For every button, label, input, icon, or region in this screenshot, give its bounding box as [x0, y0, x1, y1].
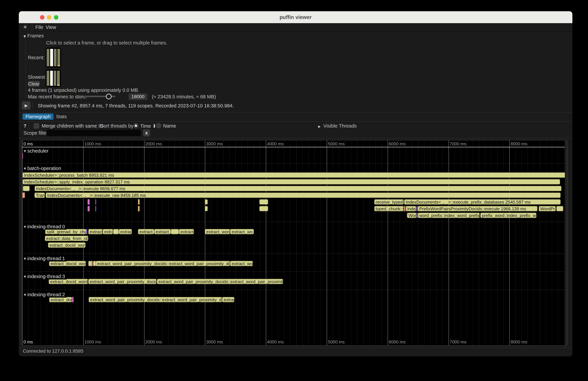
flame-bar-IndexDocuments-_-[interactable]: IndexDocuments<_, _>::execute_prefix_dat…	[404, 199, 561, 205]
flame-bar-typed_chunk-w[interactable]: typed_chunk::w	[374, 206, 404, 211]
flame-bar-receive_typed_[interactable]: receive_typed_	[374, 199, 404, 205]
merge-children-label[interactable]: Merge children with same ID	[42, 123, 103, 129]
sort-option-label[interactable]: Time ⬇	[140, 123, 156, 129]
flame-bar[interactable]	[259, 206, 268, 211]
flame-bar-extract[interactable]: extract	[179, 229, 194, 234]
visible-threads-toggle[interactable]: ▶ Visible Threads	[318, 123, 357, 129]
frame-bar[interactable]	[57, 49, 60, 65]
flame-bar[interactable]	[23, 186, 30, 191]
thread-header-batch-operation[interactable]: ▼batch-operation	[23, 166, 63, 171]
frame-bar[interactable]	[57, 71, 60, 85]
flame-bar-extract_docid_word[interactable]: extract_docid_word	[49, 279, 88, 284]
gridline-major	[449, 140, 449, 345]
flame-bar-extract_doc[interactable]: extract_doc	[49, 297, 72, 302]
flame-bar-PrefixWordPairsProximityDocids-execute[interactable]: PrefixWordPairsProximityDocids::execute …	[418, 206, 537, 211]
frame-bar[interactable]	[47, 49, 49, 66]
gridline-minor	[424, 140, 424, 345]
sort-radio-time[interactable]	[133, 123, 139, 128]
flame-bar-extract_[interactable]: extract_	[154, 229, 171, 234]
recent-frames-thumbnail[interactable]	[46, 48, 61, 67]
flame-bar[interactable]	[86, 229, 87, 234]
flame-bar-extrac[interactable]: extrac	[222, 297, 234, 302]
frame-bar[interactable]	[47, 71, 49, 86]
max-frames-value[interactable]: 18000	[128, 93, 147, 100]
flame-bar[interactable]	[88, 199, 90, 205]
flame-bar-IndexScheduler-apply_index_operation[interactable]: IndexScheduler>::apply_index_operation 8…	[23, 179, 560, 185]
flame-bar[interactable]	[259, 199, 268, 205]
flame-bar-extract[interactable]: extract	[88, 229, 103, 234]
theme-sun-icon[interactable]: ☀	[23, 24, 27, 30]
flame-bar[interactable]	[404, 206, 405, 211]
flame-bar-Word[interactable]: Word	[407, 213, 417, 218]
gridline-minor	[150, 140, 150, 345]
thread-header-indexing-thread-3[interactable]: ▼indexing-thread:3	[23, 274, 67, 279]
sort-option-label[interactable]: Name	[163, 123, 176, 129]
selected-frame-bar[interactable]	[50, 71, 53, 86]
flame-bar[interactable]	[95, 199, 96, 205]
sort-radio-name[interactable]	[156, 123, 161, 128]
flame-bar-Trans[interactable]: Trans	[34, 192, 45, 198]
slowest-frames-thumbnail[interactable]	[46, 69, 61, 87]
flame-bar-extract_word_pair_proximity_docids[interactable]: extract_word_pair_proximity_docids	[88, 279, 157, 284]
frame-bar[interactable]	[54, 49, 57, 66]
flame-bar-extract_docid_word[interactable]: extract_docid_word	[48, 242, 85, 248]
flame-bar-extract_[interactable]: extract_	[138, 229, 154, 234]
frame-bar[interactable]	[54, 71, 56, 86]
flame-bar[interactable]	[91, 261, 93, 266]
flame-bar[interactable]	[417, 213, 418, 218]
flame-bar-extract-data_from_ob[interactable]: extract::data_from_ob	[45, 236, 88, 241]
flame-bar-extract_word[interactable]: extract_word	[205, 229, 230, 234]
gridline-minor	[138, 140, 138, 345]
help-button[interactable]: ?	[23, 123, 26, 129]
merge-children-checkbox[interactable]	[34, 123, 39, 129]
flame-bar-IndexScheduler-process_batch[interactable]: IndexScheduler>::process_batch 8953.821 …	[22, 172, 567, 178]
scrollbar[interactable]	[565, 140, 567, 345]
selected-frame-bar[interactable]	[50, 49, 53, 66]
clear-button[interactable]: Clear	[28, 81, 40, 87]
flame-bar-split_grenad_by_chun[interactable]: split_grenad_by_chun	[45, 229, 86, 234]
flame-bar-index[interactable]: index	[406, 206, 416, 211]
flame-bar-IndexDocuments-_-[interactable]: IndexDocuments<_, _>::execute_raw 8459.1…	[46, 192, 561, 198]
flame-bar-extract_docid_word[interactable]: extract_docid_word	[49, 261, 86, 266]
flame-bar[interactable]	[417, 206, 418, 211]
flame-bar-extract_wo[interactable]: extract_wo	[230, 229, 254, 234]
play-icon: ▶	[25, 103, 28, 108]
flamegraph-canvas[interactable]: 0 ms0 ms1000 ms1000 ms2000 ms2000 ms3000…	[21, 140, 567, 346]
thread-header-indexing-thread-2[interactable]: ▼indexing-thread:2	[23, 292, 67, 297]
flame-bar[interactable]	[113, 229, 119, 234]
flame-bar[interactable]	[138, 199, 140, 205]
flame-bar[interactable]	[556, 206, 563, 211]
flame-bar-prefix_word-index_prefix_wo[interactable]: prefix_word::index_prefix_wo	[480, 213, 536, 218]
frames-section-toggle[interactable]: ▼ Frames	[23, 33, 44, 39]
play-button[interactable]: ▶	[22, 101, 31, 109]
flame-bar[interactable]	[205, 199, 208, 205]
thread-header-scheduler[interactable]: ▼scheduler	[23, 148, 50, 154]
flame-bar[interactable]	[138, 206, 140, 211]
flame-bar-extract_word_pair_proximity_docids-extra[interactable]: extract_word_pair_proximity_docids::extr…	[96, 261, 230, 266]
clear-filter-button[interactable]: x	[143, 129, 150, 136]
max-frames-slider-knob[interactable]	[106, 94, 112, 99]
flame-bar-extrac[interactable]: extrac	[119, 229, 132, 234]
flame-bar[interactable]	[95, 206, 96, 211]
flame-bar[interactable]	[72, 297, 74, 302]
tab-flamegraph[interactable]: Flamegraph	[22, 113, 54, 120]
flame-bar[interactable]	[205, 206, 208, 211]
scope-filter-input[interactable]	[47, 130, 141, 136]
menu-item-view[interactable]: View	[46, 23, 56, 32]
separator	[19, 121, 572, 122]
thread-header-indexing-thread-0[interactable]: ▼indexing-thread:0	[23, 224, 67, 230]
flame-bar[interactable]	[171, 229, 179, 234]
flame-bar-extract_word_pair_proximity_docids-extra[interactable]: extract_word_pair_proximity_docids::extr…	[89, 297, 222, 302]
flame-bar-extract_wo[interactable]: extract_wo	[230, 261, 253, 266]
flame-bar-WordPr[interactable]: WordPr	[539, 206, 556, 211]
gridline-minor	[132, 140, 132, 345]
flame-bar-IndexDocuments-_-[interactable]: IndexDocuments<_, _>::execute 8656.677 m…	[35, 186, 562, 191]
menu-item-file[interactable]: File	[35, 23, 43, 32]
tab-stats[interactable]: Stats	[53, 113, 70, 120]
flame-bar-extract_word_pair_proximity_docids-extra[interactable]: extract_word_pair_proximity_docids::extr…	[157, 279, 283, 284]
flame-bar-extra[interactable]: extra	[103, 229, 113, 234]
flame-bar-word_prefix-index_word_prefix_[interactable]: word_prefix::index_word_prefix_	[418, 213, 480, 218]
thread-header-indexing-thread-1[interactable]: ▼indexing-thread:1	[23, 256, 67, 261]
flame-bar[interactable]	[88, 206, 90, 211]
flame-bar[interactable]	[22, 192, 25, 198]
